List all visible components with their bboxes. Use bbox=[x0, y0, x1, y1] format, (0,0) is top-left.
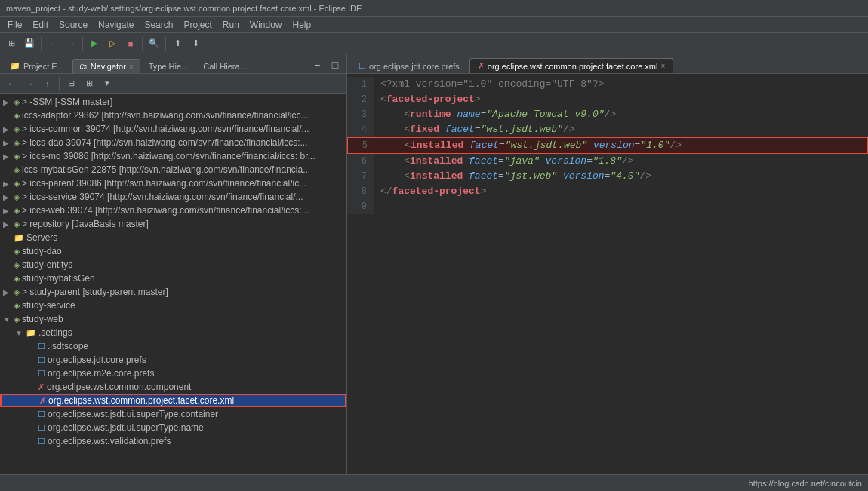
line-num-6: 6 bbox=[347, 154, 374, 169]
tab-navigator[interactable]: 🗂 Navigator × bbox=[72, 59, 140, 73]
menu-navigate[interactable]: Navigate bbox=[94, 19, 138, 31]
tree-item-study-parent[interactable]: ▶ ◈ > study-parent [study-parent master] bbox=[0, 285, 346, 299]
tree-icon-repository: ◈ bbox=[14, 219, 20, 229]
tree-item-wst-validation[interactable]: ☐ org.eclipse.wst.validation.prefs bbox=[0, 434, 346, 448]
menu-project[interactable]: Project bbox=[179, 19, 216, 31]
code-line-5: 5 <installed facet="wst.jsdt.web" versio… bbox=[347, 137, 868, 154]
tree-label-study-web: study-web bbox=[22, 314, 63, 324]
stop-button[interactable]: ■ bbox=[122, 35, 139, 52]
tree-item-repository[interactable]: ▶ ◈ > repository [JavaBasis master] bbox=[0, 217, 346, 231]
tree-icon-study-entitys: ◈ bbox=[14, 260, 20, 270]
tree-arrow-repository: ▶ bbox=[3, 220, 12, 229]
tree-item-jsdtscope[interactable]: ☐ .jsdtscope bbox=[0, 339, 346, 353]
menu-run[interactable]: Run bbox=[218, 19, 244, 31]
tab-type-hierarchy[interactable]: Type Hie... bbox=[142, 59, 195, 73]
menu-source[interactable]: Source bbox=[54, 19, 92, 31]
line-num-2: 2 bbox=[347, 92, 374, 107]
line-num-3: 3 bbox=[347, 107, 374, 122]
line-content-8: </faceted-project> bbox=[374, 184, 868, 199]
tree-item-ssm[interactable]: ▶ ◈ > -SSM [-SSM master] bbox=[0, 95, 346, 109]
tree-item-iccs-mq[interactable]: ▶ ◈ > iccs-mq 39086 [http://svn.haiziwan… bbox=[0, 149, 346, 163]
tree-icon-iccs-service: ◈ bbox=[14, 192, 20, 202]
tree-item-iccs-dao[interactable]: ▶ ◈ > iccs-dao 39074 [http://svn.haiziwa… bbox=[0, 136, 346, 149]
tree-label-iccs-dao: > iccs-dao 39074 [http://svn.haiziwang.c… bbox=[22, 137, 308, 148]
nav-up-button[interactable]: ↑ bbox=[39, 75, 56, 92]
menu-file[interactable]: File bbox=[3, 19, 26, 31]
tree-icon-wst-component: ✗ bbox=[38, 382, 45, 392]
tree-label-jsdtscope: .jsdtscope bbox=[48, 341, 88, 351]
code-editor[interactable]: 1<?xml version="1.0" encoding="UTF-8"?>2… bbox=[347, 74, 868, 474]
tree-item-iccs-common[interactable]: ▶ ◈ > iccs-common 39074 [http://svn.haiz… bbox=[0, 122, 346, 136]
menu-edit[interactable]: Edit bbox=[28, 19, 53, 31]
back-button[interactable]: ← bbox=[45, 35, 61, 52]
nav-view-menu-button[interactable]: ▾ bbox=[99, 75, 115, 92]
tab-jdt-prefs[interactable]: ☐ org.eclipse.jdt.core.prefs bbox=[350, 58, 468, 73]
tree-item-study-entitys[interactable]: ◈ study-entitys bbox=[0, 258, 346, 272]
minimize-left-icon[interactable]: − bbox=[309, 57, 325, 73]
tree-label-study-service: study-service bbox=[22, 300, 75, 311]
tree-item-iccs-parent[interactable]: ▶ ◈ > iccs-parent 39086 [http://svn.haiz… bbox=[0, 176, 346, 190]
tree-item-study-web[interactable]: ▼ ◈ study-web bbox=[0, 312, 346, 326]
code-line-2: 2<faceted-project> bbox=[347, 92, 868, 107]
prev-annotation[interactable]: ⬆ bbox=[169, 35, 186, 52]
tree-item-iccs-mybatisgen[interactable]: ◈ iccs-mybatisGen 22875 [http://svn.haiz… bbox=[0, 163, 346, 176]
tree-item-settings-folder[interactable]: ▼ 📁 .settings bbox=[0, 326, 346, 339]
nav-back-button[interactable]: ← bbox=[3, 75, 20, 92]
tree-label-study-mybatisgen: study-mybatisGen bbox=[22, 273, 95, 284]
tree-item-study-service[interactable]: ◈ study-service bbox=[0, 299, 346, 312]
tree-item-m2e-prefs[interactable]: ☐ org.eclipse.m2e.core.prefs bbox=[0, 367, 346, 380]
forward-button[interactable]: → bbox=[63, 35, 79, 52]
tree-icon-m2e-prefs: ☐ bbox=[38, 369, 45, 379]
line-num-4: 4 bbox=[347, 122, 374, 137]
maximize-left-icon[interactable]: □ bbox=[327, 57, 343, 73]
search-button[interactable]: 🔍 bbox=[146, 35, 162, 52]
save-button[interactable]: 💾 bbox=[21, 35, 38, 52]
tree-label-supertype-name: org.eclipse.wst.jsdt.ui.superType.name bbox=[48, 422, 204, 433]
tree-arrow-settings-folder: ▼ bbox=[15, 329, 24, 337]
line-num-7: 7 bbox=[347, 169, 374, 184]
tree-item-study-dao[interactable]: ◈ study-dao bbox=[0, 244, 346, 258]
tree-item-iccs-adaptor[interactable]: ◈ iccs-adaptor 29862 [http://svn.haiziwa… bbox=[0, 109, 346, 122]
tree-label-study-dao: study-dao bbox=[22, 246, 62, 256]
nav-forward-button[interactable]: → bbox=[21, 75, 38, 92]
run-button[interactable]: ▶ bbox=[86, 35, 103, 52]
menu-search[interactable]: Search bbox=[140, 19, 177, 31]
tree-label-settings-folder: .settings bbox=[38, 327, 72, 338]
tree-item-servers[interactable]: 📁 Servers bbox=[0, 231, 346, 244]
tab-call-hierarchy[interactable]: Call Hiera... bbox=[196, 59, 253, 73]
navigator-close-icon[interactable]: × bbox=[129, 63, 134, 71]
tree-icon-study-dao: ◈ bbox=[14, 247, 20, 256]
tree-item-wst-component[interactable]: ✗ org.eclipse.wst.common.component bbox=[0, 380, 346, 394]
tree-item-facet-core-xml[interactable]: ✗ org.eclipse.wst.common.project.facet.c… bbox=[0, 394, 346, 407]
toolbar-sep-4 bbox=[165, 37, 166, 51]
menu-bar: File Edit Source Navigate Search Project… bbox=[0, 17, 868, 33]
tab-facet-xml[interactable]: ✗ org.eclipse.wst.common.project.facet.c… bbox=[469, 58, 673, 73]
status-url: https://blog.csdn.net/cincoutcin bbox=[749, 479, 862, 488]
tree-item-iccs-service[interactable]: ▶ ◈ > iccs-service 39074 [http://svn.hai… bbox=[0, 190, 346, 204]
tree-item-iccs-web[interactable]: ▶ ◈ > iccs-web 39074 [http://svn.haiziwa… bbox=[0, 204, 346, 217]
next-annotation[interactable]: ⬇ bbox=[187, 35, 204, 52]
tree-arrow-iccs-web: ▶ bbox=[3, 207, 12, 215]
menu-help[interactable]: Help bbox=[288, 19, 316, 31]
tree-item-supertype-name[interactable]: ☐ org.eclipse.wst.jsdt.ui.superType.name bbox=[0, 421, 346, 434]
collapse-all-button[interactable]: ⊟ bbox=[63, 75, 79, 92]
facet-tab-close-icon[interactable]: × bbox=[660, 62, 665, 70]
tree-icon-jsdtscope: ☐ bbox=[38, 342, 45, 351]
tree-label-study-entitys: study-entitys bbox=[22, 259, 72, 270]
tree-label-wst-component: org.eclipse.wst.common.component bbox=[47, 382, 191, 392]
tree-label-iccs-parent: > iccs-parent 39086 [http://svn.haiziwan… bbox=[22, 178, 306, 189]
tree-item-jdt-prefs-file[interactable]: ☐ org.eclipse.jdt.core.prefs bbox=[0, 353, 346, 367]
menu-window[interactable]: Window bbox=[245, 19, 287, 31]
tree-icon-study-service: ◈ bbox=[14, 301, 20, 311]
new-button[interactable]: ⊞ bbox=[3, 35, 20, 52]
tree-label-jdt-prefs-file: org.eclipse.jdt.core.prefs bbox=[48, 354, 146, 365]
tree-icon-iccs-dao: ◈ bbox=[14, 138, 20, 148]
toolbar: ⊞ 💾 ← → ▶ ▷ ■ 🔍 ⬆ ⬇ bbox=[0, 33, 868, 54]
debug-button[interactable]: ▷ bbox=[104, 35, 121, 52]
tab-project-explorer[interactable]: 📁 Project E... bbox=[3, 58, 71, 73]
left-panel-tabs: 📁 Project E... 🗂 Navigator × Type Hie...… bbox=[0, 54, 346, 74]
line-content-4: <fixed facet="wst.jsdt.web"/> bbox=[374, 122, 868, 137]
tree-item-supertype-container[interactable]: ☐ org.eclipse.wst.jsdt.ui.superType.cont… bbox=[0, 407, 346, 421]
tree-item-study-mybatisgen[interactable]: ◈ study-mybatisGen bbox=[0, 272, 346, 285]
link-editor-button[interactable]: ⊞ bbox=[81, 75, 97, 92]
